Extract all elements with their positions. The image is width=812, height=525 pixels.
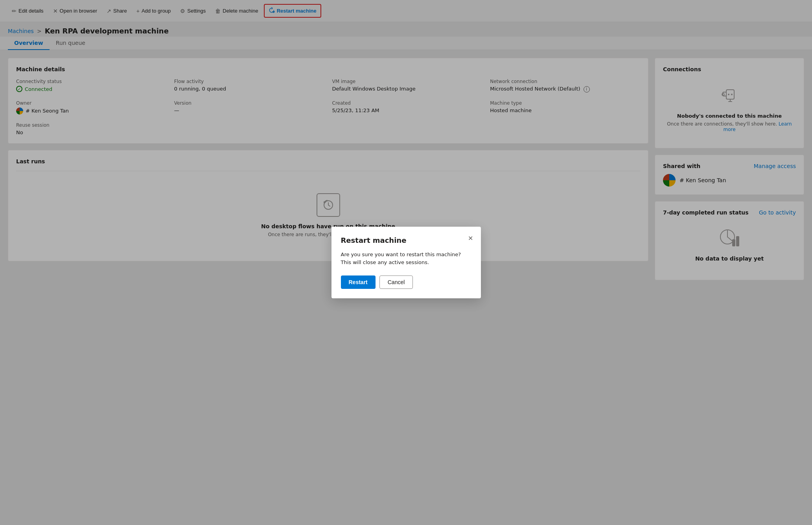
modal-actions: Restart Cancel: [341, 275, 471, 289]
modal-body: Are you sure you want to restart this ma…: [341, 251, 471, 266]
cancel-button[interactable]: Cancel: [379, 275, 413, 289]
restart-machine-modal: Restart machine ✕ Are you sure you want …: [331, 227, 481, 298]
modal-overlay: Restart machine ✕ Are you sure you want …: [0, 0, 812, 525]
modal-close-button[interactable]: ✕: [466, 233, 475, 244]
modal-title: Restart machine: [341, 236, 471, 244]
restart-confirm-button[interactable]: Restart: [341, 275, 376, 289]
